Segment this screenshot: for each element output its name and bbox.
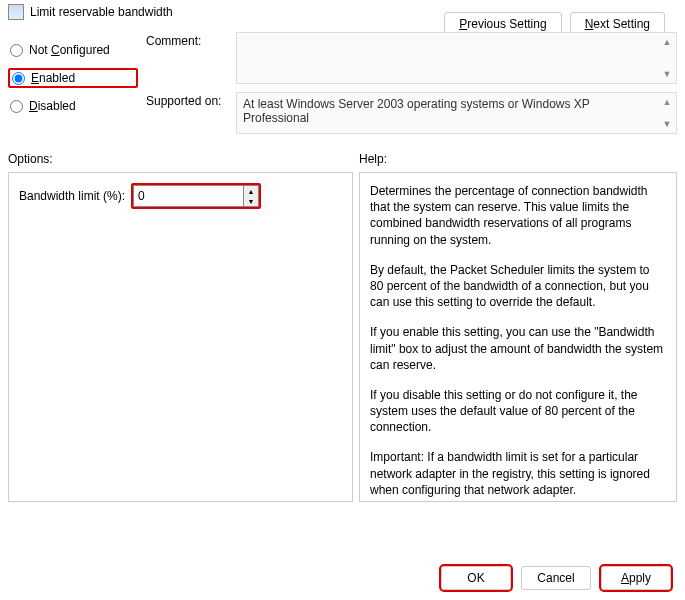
ok-button[interactable]: OK: [441, 566, 511, 590]
help-p4: If you disable this setting or do not co…: [370, 387, 666, 436]
cancel-button[interactable]: Cancel: [521, 566, 591, 590]
state-radio-group: Not Configured Enabled Disabled: [8, 32, 138, 142]
supported-label: Supported on:: [146, 92, 236, 134]
scroll-up-icon[interactable]: ▲: [660, 95, 674, 109]
radio-enabled-label: Enabled: [31, 71, 75, 85]
supported-row: Supported on: At least Windows Server 20…: [146, 92, 677, 134]
help-p2: By default, the Packet Scheduler limits …: [370, 262, 666, 311]
spinner-up-button[interactable]: ▲: [244, 186, 258, 196]
policy-editor-window: Limit reservable bandwidth Previous Sett…: [0, 0, 685, 600]
radio-not-configured-input[interactable]: [10, 44, 23, 57]
main-split: Options: Bandwidth limit (%): ▲ ▼ Help:: [0, 148, 685, 502]
prev-label-rest: revious Setting: [467, 17, 546, 31]
scroll-down-icon[interactable]: ▼: [660, 67, 674, 81]
comment-row: Comment: ▲ ▼: [146, 32, 677, 84]
help-panel: Determines the percentage of connection …: [359, 172, 677, 502]
bandwidth-limit-input[interactable]: [133, 185, 243, 207]
radio-disabled-input[interactable]: [10, 100, 23, 113]
window-title: Limit reservable bandwidth: [30, 5, 173, 19]
supported-value: At least Windows Server 2003 operating s…: [243, 97, 590, 125]
spinner-down-button[interactable]: ▼: [244, 196, 258, 206]
radio-not-configured-label: Not Configured: [29, 43, 110, 57]
comment-label: Comment:: [146, 32, 236, 84]
help-p3: If you enable this setting, you can use …: [370, 324, 666, 373]
bandwidth-limit-label: Bandwidth limit (%):: [19, 189, 125, 203]
help-p5: Important: If a bandwidth limit is set f…: [370, 449, 666, 498]
spinner-buttons: ▲ ▼: [243, 185, 259, 207]
supported-textarea: At least Windows Server 2003 operating s…: [236, 92, 677, 134]
next-label-rest: ext Setting: [593, 17, 650, 31]
radio-enabled-input[interactable]: [12, 72, 25, 85]
policy-icon: [8, 4, 24, 20]
scroll-down-icon[interactable]: ▼: [660, 117, 674, 131]
radio-not-configured[interactable]: Not Configured: [8, 42, 138, 58]
options-column: Options: Bandwidth limit (%): ▲ ▼: [8, 148, 353, 502]
footer-buttons: OK Cancel Apply: [441, 566, 671, 590]
radio-enabled[interactable]: Enabled: [8, 68, 138, 88]
apply-button[interactable]: Apply: [601, 566, 671, 590]
help-column: Help: Determines the percentage of conne…: [359, 148, 677, 502]
options-label: Options:: [8, 152, 353, 166]
meta-column: Comment: ▲ ▼ Supported on: At least Wind…: [146, 32, 677, 142]
bandwidth-spinner: ▲ ▼: [131, 183, 261, 209]
scroll-up-icon[interactable]: ▲: [660, 35, 674, 49]
radio-disabled[interactable]: Disabled: [8, 98, 138, 114]
bandwidth-option-row: Bandwidth limit (%): ▲ ▼: [19, 183, 342, 209]
body-area: Not Configured Enabled Disabled Comment:…: [0, 24, 685, 142]
help-p1: Determines the percentage of connection …: [370, 183, 666, 248]
help-label: Help:: [359, 152, 677, 166]
options-panel: Bandwidth limit (%): ▲ ▼: [8, 172, 353, 502]
comment-textarea[interactable]: ▲ ▼: [236, 32, 677, 84]
radio-disabled-label: Disabled: [29, 99, 76, 113]
